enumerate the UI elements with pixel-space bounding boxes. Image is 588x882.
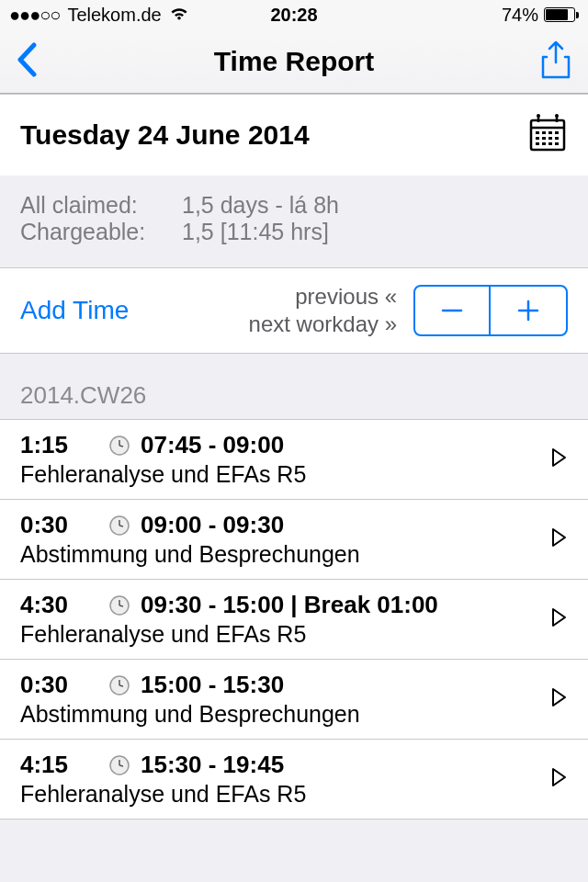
add-time-button[interactable]: Add Time	[20, 296, 129, 325]
svg-rect-12	[548, 137, 552, 140]
entries-list: 1:15 07:45 - 09:00 Fehleranalyse und EFA…	[0, 419, 588, 820]
calendar-button[interactable]	[527, 113, 568, 157]
controls-row: Add Time previous « next workday »	[0, 268, 588, 354]
svg-rect-0	[531, 120, 564, 150]
entry-time-range: 15:00 - 15:30	[141, 671, 284, 699]
clock-icon	[107, 594, 131, 617]
svg-marker-28	[553, 529, 565, 546]
clock-icon	[107, 514, 131, 537]
svg-rect-9	[555, 131, 559, 134]
clock-icon	[107, 673, 131, 697]
entry-duration: 0:30	[20, 671, 107, 699]
svg-rect-10	[536, 137, 539, 140]
share-button[interactable]	[540, 40, 571, 83]
summary-panel: All claimed: 1,5 days - lá 8h Chargeable…	[0, 175, 588, 268]
previous-workday-link[interactable]: previous «	[249, 283, 397, 311]
svg-rect-11	[542, 137, 546, 140]
entry-description: Fehleranalyse und EFAs R5	[20, 621, 542, 648]
navigation-bar: Time Report	[0, 29, 588, 94]
svg-marker-24	[553, 449, 565, 466]
svg-rect-14	[536, 142, 539, 145]
disclosure-icon	[551, 686, 568, 712]
status-bar: ●●●○○ Telekom.de 20:28 74%	[0, 0, 588, 29]
disclosure-icon	[551, 766, 568, 792]
statusbar-time: 20:28	[270, 5, 317, 26]
svg-point-4	[537, 114, 540, 118]
chargeable-value: 1,5 [11:45 hrs]	[182, 219, 329, 245]
disclosure-icon	[551, 526, 568, 552]
entry-duration: 4:15	[20, 751, 107, 779]
svg-point-5	[555, 114, 559, 118]
svg-marker-40	[553, 769, 565, 786]
entry-description: Fehleranalyse und EFAs R5	[20, 781, 542, 808]
svg-rect-13	[555, 137, 559, 140]
stepper-plus-button[interactable]	[491, 287, 566, 334]
entry-duration: 1:15	[20, 431, 107, 459]
svg-rect-8	[548, 131, 552, 134]
clock-icon	[107, 434, 131, 458]
svg-line-27	[119, 526, 123, 526]
next-workday-link[interactable]: next workday »	[249, 311, 397, 338]
time-entry-row[interactable]: 0:30 15:00 - 15:30 Abstimmung und Bespre…	[0, 659, 588, 739]
stepper-minus-button[interactable]	[415, 287, 491, 334]
entry-description: Abstimmung und Besprechungen	[20, 541, 542, 568]
entry-description: Abstimmung und Besprechungen	[20, 701, 542, 728]
entry-time-range: 07:45 - 09:00	[141, 431, 284, 459]
carrier-label: Telekom.de	[67, 5, 161, 26]
entry-description: Fehleranalyse und EFAs R5	[20, 461, 542, 488]
all-claimed-label: All claimed:	[20, 192, 182, 219]
wifi-icon	[169, 5, 189, 26]
entry-duration: 0:30	[20, 511, 107, 539]
day-stepper	[413, 285, 568, 336]
entry-time-range: 09:00 - 09:30	[141, 511, 284, 539]
disclosure-icon	[551, 447, 568, 472]
chargeable-label: Chargeable:	[20, 219, 182, 245]
svg-marker-36	[553, 689, 565, 706]
back-button[interactable]	[17, 42, 37, 81]
entry-time-range: 09:30 - 15:00 | Break 01:00	[141, 591, 438, 619]
svg-rect-17	[555, 142, 559, 145]
page-title: Time Report	[214, 46, 374, 77]
battery-icon	[544, 7, 579, 22]
time-entry-row[interactable]: 4:15 15:30 - 19:45 Fehleranalyse und EFA…	[0, 739, 588, 820]
svg-rect-15	[542, 142, 546, 145]
time-entry-row[interactable]: 1:15 07:45 - 09:00 Fehleranalyse und EFA…	[0, 419, 588, 499]
svg-line-35	[119, 685, 123, 686]
svg-rect-7	[542, 131, 546, 134]
svg-rect-6	[536, 131, 539, 134]
workday-nav-labels: previous « next workday »	[249, 283, 397, 338]
time-entry-row[interactable]: 4:30 09:30 - 15:00 | Break 01:00 Fehlera…	[0, 579, 588, 659]
date-header-row: Tuesday 24 June 2014	[0, 94, 588, 175]
svg-line-31	[119, 605, 123, 606]
entry-duration: 4:30	[20, 591, 107, 619]
svg-marker-32	[553, 609, 565, 626]
selected-date: Tuesday 24 June 2014	[20, 119, 310, 151]
entry-time-range: 15:30 - 19:45	[141, 751, 284, 779]
week-section-header: 2014.CW26	[0, 354, 588, 419]
svg-line-23	[119, 446, 123, 447]
all-claimed-value: 1,5 days - lá 8h	[182, 192, 339, 219]
svg-line-39	[119, 765, 123, 766]
battery-percentage: 74%	[502, 5, 538, 26]
svg-rect-16	[548, 142, 552, 145]
time-entry-row[interactable]: 0:30 09:00 - 09:30 Abstimmung und Bespre…	[0, 499, 588, 579]
clock-icon	[107, 753, 131, 777]
signal-strength-icon: ●●●○○	[9, 5, 60, 26]
disclosure-icon	[551, 606, 568, 632]
